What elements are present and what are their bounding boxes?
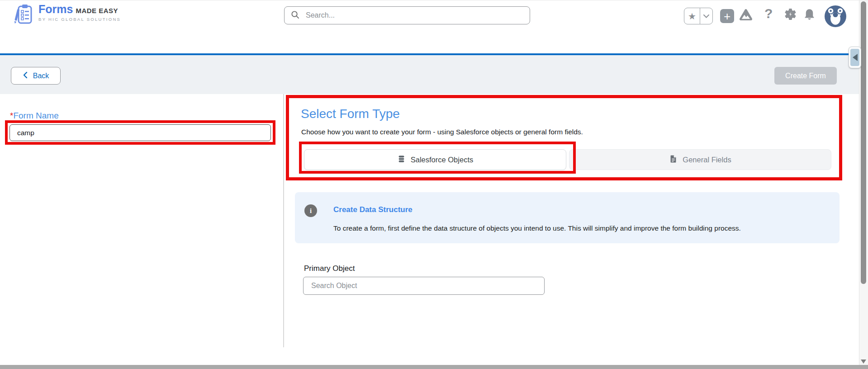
app-logo: Forms MADE EASY BY HIC GLOBAL SOLUTIONS [14,4,121,26]
triangle-left-icon [853,54,858,61]
form-name-input[interactable] [9,124,271,141]
plus-icon: + [724,10,730,22]
form-type-options: Salesforce Objects General Fields [304,149,831,170]
create-form-button[interactable]: Create Form [774,67,837,85]
notifications-bell-icon[interactable] [802,7,816,23]
logo-brand-text: Forms [38,4,73,15]
logo-tagline: BY HIC GLOBAL SOLUTIONS [38,17,121,22]
vertical-scrollbar-thumb[interactable] [861,1,866,284]
search-icon [291,10,299,21]
help-icon[interactable]: ? [764,6,773,21]
page-toolbar: Back Create Form [0,55,868,94]
database-icon [397,155,406,165]
user-avatar[interactable] [825,5,846,27]
global-search[interactable] [284,6,530,24]
global-header: Forms MADE EASY BY HIC GLOBAL SOLUTIONS … [0,0,868,28]
select-form-type-title: Select Form Type [301,107,400,121]
panel-divider [283,94,284,347]
search-input[interactable] [305,11,523,20]
guidance-center-button[interactable] [738,8,754,25]
clipboard-logo-icon [14,4,34,26]
horizontal-scrollbar[interactable] [0,365,868,369]
salesforce-objects-button[interactable]: Salesforce Objects [304,149,566,170]
favorites-dropdown-button[interactable] [700,8,712,24]
info-icon: i [304,204,317,217]
scroll-preview-pane [850,49,859,66]
chevron-left-icon [23,71,28,80]
general-fields-button[interactable]: General Fields [569,149,831,170]
app-nav-bar: Forms Made Easy Setup My Forms Form Page… [0,28,868,53]
quick-create-button[interactable]: + [720,9,734,23]
scrollbar-down-arrow-icon[interactable] [861,360,866,364]
info-body: To create a form, first define the data … [333,224,741,232]
info-banner: i Create Data Structure To create a form… [295,192,840,243]
primary-object-label: Primary Object [304,264,355,273]
logo-suffix-text: MADE EASY [76,7,118,14]
favorites-star-icon[interactable]: ★ [684,8,700,24]
favorites-button-group[interactable]: ★ [684,8,713,24]
info-title: Create Data Structure [333,205,413,214]
scroll-preview-widget[interactable] [849,47,861,68]
setup-gear-icon[interactable] [783,7,797,23]
app-window: Forms MADE EASY BY HIC GLOBAL SOLUTIONS … [0,0,868,369]
primary-object-search-input[interactable] [303,277,545,295]
form-name-label: *Form Name [10,111,59,121]
back-button[interactable]: Back [11,67,61,85]
main-content: *Form Name Select Form Type Choose how y… [0,94,859,365]
document-icon [669,155,678,165]
select-form-type-subtitle: Choose how you want to create your form … [301,128,583,136]
